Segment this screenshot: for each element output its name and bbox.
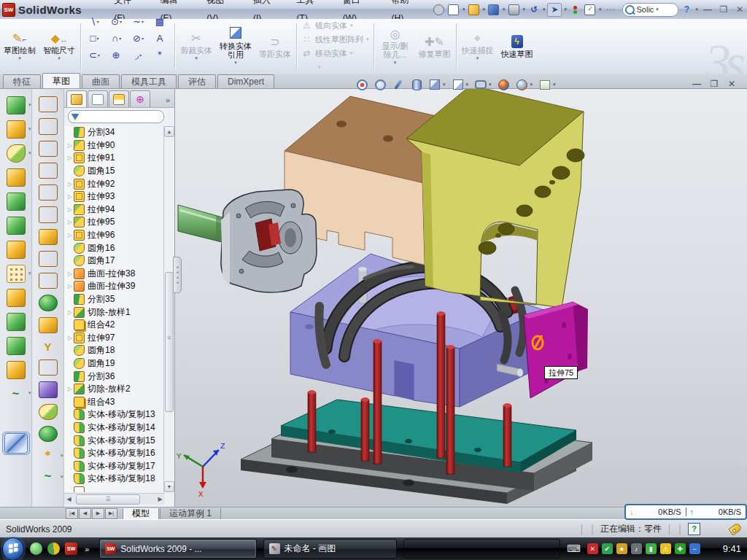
taskbar-task-button[interactable]: [403, 539, 560, 559]
tool-icon[interactable]: [39, 251, 58, 267]
model-tab[interactable]: 运动算例 1: [160, 508, 221, 520]
tool-icon[interactable]: [7, 289, 26, 307]
tree-vertical-scrollbar[interactable]: ▲ ▼: [163, 126, 174, 492]
expand-arrow-icon[interactable]: ▷: [66, 335, 74, 341]
stack-item[interactable]: ∷线性草图阵列▾: [301, 33, 369, 46]
measure-tool-pressed[interactable]: [2, 432, 30, 455]
view-orientation-icon[interactable]: [452, 79, 464, 90]
tool-icon[interactable]: [39, 229, 58, 245]
tree-item[interactable]: ▷ 切除-放样1: [64, 306, 165, 319]
ribbon-tab[interactable]: DimXpert: [217, 74, 274, 88]
rapid-sketch-button[interactable]: ϟ 快速草图: [498, 19, 537, 74]
scroll-right-icon[interactable]: ▶: [155, 496, 165, 502]
close-button[interactable]: ✕: [732, 4, 747, 15]
ribbon-tab[interactable]: 曲面: [82, 74, 120, 88]
expand-arrow-icon[interactable]: ▷: [66, 193, 74, 200]
tool-icon[interactable]: ~: [7, 385, 25, 402]
quicklaunch-overflow-chevron[interactable]: »: [85, 545, 89, 553]
tool-icon[interactable]: ~: [39, 469, 57, 483]
tab-prev-icon[interactable]: ◀: [79, 508, 91, 519]
tree-item[interactable]: 实体-移动/复制16: [64, 447, 165, 460]
save-icon[interactable]: [487, 4, 500, 16]
tool-icon[interactable]: [39, 317, 58, 333]
tool-icon[interactable]: [7, 96, 26, 114]
tab-dimxpert-manager[interactable]: ⊕: [130, 90, 150, 107]
annotation-icon[interactable]: [539, 79, 551, 90]
tree-item[interactable]: 圆角19: [64, 357, 165, 370]
app-quicklaunch-icon[interactable]: [47, 542, 60, 555]
hide-show-items-icon[interactable]: [475, 79, 487, 90]
doc-restore-button[interactable]: ❐: [709, 79, 719, 89]
smart-dimension-button[interactable]: ◆↔ 智能尺寸▾: [39, 19, 79, 74]
display-style-icon[interactable]: [429, 79, 441, 90]
tree-item[interactable]: 实体-移动/复制15: [64, 434, 165, 447]
sketch-entity-icon[interactable]: ⊘▾: [128, 30, 150, 47]
solidworks-quicklaunch-icon[interactable]: SW: [65, 542, 77, 555]
zoom-area-icon[interactable]: [374, 79, 386, 90]
restore-button[interactable]: ❐: [716, 4, 731, 15]
tree-item[interactable]: 分割34: [64, 126, 165, 139]
expand-arrow-icon[interactable]: ▷: [66, 232, 74, 238]
stack-item[interactable]: ⚠镜向实体▾: [301, 19, 369, 32]
expand-arrow-icon[interactable]: ▷: [66, 309, 74, 316]
tree-item[interactable]: ▷ 切除-放样2: [64, 383, 165, 396]
tool-icon[interactable]: [39, 426, 58, 442]
options-list-icon[interactable]: ✓: [584, 4, 597, 16]
scene-icon[interactable]: [516, 79, 528, 90]
tool-icon[interactable]: [39, 295, 58, 311]
quick-tips-icon[interactable]: ?: [688, 523, 700, 535]
expand-arrow-icon[interactable]: ▷: [66, 271, 74, 277]
minimize-button[interactable]: —: [700, 4, 715, 15]
ribbon-tab[interactable]: 特征: [3, 74, 41, 88]
tab-property-manager[interactable]: [88, 90, 108, 107]
traffic-light-icon[interactable]: [569, 4, 582, 16]
zoom-fit-icon[interactable]: [356, 79, 368, 90]
tree-item[interactable]: 圆角15: [64, 165, 165, 178]
taskbar-task-button[interactable]: SW SolidWorks 2009 - ...: [99, 539, 256, 559]
tool-icon[interactable]: [7, 144, 26, 163]
tool-icon[interactable]: [39, 273, 58, 289]
sketch-entity-icon[interactable]: ⊙▾: [106, 13, 128, 30]
open-file-icon[interactable]: [467, 4, 480, 16]
tree-item[interactable]: ▷ 拉伸91: [64, 152, 165, 165]
tree-filter-input[interactable]: [68, 110, 164, 123]
ribbon-tab[interactable]: 评估: [178, 74, 216, 88]
sketch-entity-icon[interactable]: A: [150, 30, 171, 47]
sketch-entity-icon[interactable]: ⊂▾: [84, 47, 106, 63]
tree-item[interactable]: ▷ 拉伸92: [64, 177, 165, 190]
tree-item[interactable]: ▷ 拉伸95: [64, 216, 165, 229]
overflow-icon[interactable]: ⋯: [603, 4, 616, 16]
tree-item[interactable]: ▷ 拉伸94: [64, 203, 165, 217]
new-file-icon[interactable]: [447, 4, 460, 16]
doc-close-button[interactable]: ✕: [727, 79, 737, 89]
tree-item[interactable]: ▷ 曲面-拉伸38: [64, 268, 165, 281]
tree-item[interactable]: 实体-移动/复制17: [64, 459, 165, 472]
tag-icon[interactable]: [728, 522, 742, 535]
expand-arrow-icon[interactable]: ▷: [66, 386, 74, 392]
sketch-entity-icon[interactable]: ＊: [150, 47, 171, 63]
sketch-entity-icon[interactable]: ◞▾: [128, 47, 150, 63]
tool-icon[interactable]: [39, 118, 58, 134]
tree-item[interactable]: 圆角17: [64, 254, 165, 268]
tool-icon[interactable]: [7, 120, 26, 139]
sketch-button[interactable]: ✎⌐ 草图绘制▾: [0, 19, 39, 74]
tool-icon[interactable]: [39, 141, 58, 157]
support-bracket-olive[interactable]: [406, 89, 584, 308]
tool-icon[interactable]: [39, 206, 58, 222]
tree-horizontal-scrollbar[interactable]: ◀ ☰ ▶: [64, 493, 165, 505]
tab-first-icon[interactable]: |◀: [66, 508, 78, 519]
display-delete-relations-button[interactable]: ◎ 显示/删除几...▾: [376, 19, 415, 74]
sketch-entity-icon[interactable]: ∖▾: [84, 13, 106, 30]
tree-item[interactable]: ▷ 拉伸90: [64, 139, 165, 152]
model-tab[interactable]: 模型: [123, 508, 159, 520]
tool-icon[interactable]: [39, 489, 57, 504]
tool-icon[interactable]: [39, 163, 58, 179]
tree-item[interactable]: ▷ 拉伸93: [64, 190, 165, 203]
tree-item[interactable]: ▷ 拉伸96: [64, 229, 165, 242]
slider-block-gray[interactable]: [221, 190, 317, 292]
search-box[interactable]: Solic ▾: [622, 3, 678, 17]
tree-item[interactable]: 实体-移动/复制18: [64, 472, 165, 486]
panel-splitter-handle[interactable]: ◂◂◂◂: [173, 257, 182, 293]
tab-configuration-manager[interactable]: [109, 90, 129, 107]
tree-item[interactable]: 组合42: [64, 319, 165, 332]
